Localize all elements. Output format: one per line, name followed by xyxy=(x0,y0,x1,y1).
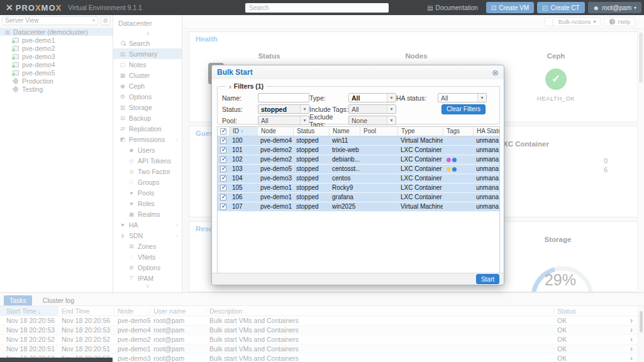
task-cell-description: Bulk start VMs and Containers xyxy=(209,317,299,324)
grid-col-name[interactable]: Name xyxy=(329,127,360,136)
grid-col-id[interactable]: ID ↑ xyxy=(229,127,257,136)
tree-item-datacenter-democluster[interactable]: ▦Datacenter (democluster) xyxy=(0,28,113,36)
global-search-input[interactable] xyxy=(245,3,389,13)
view-mode-select[interactable]: Server View ▾ xyxy=(2,16,98,25)
row-checkbox[interactable] xyxy=(220,185,226,191)
health-col-nodes: Nodes xyxy=(379,52,454,60)
grid-col-type[interactable]: Type xyxy=(397,127,443,136)
filter-combo-type[interactable]: All▾ xyxy=(348,93,396,102)
filter-text-name[interactable] xyxy=(258,93,309,102)
create-vm-button[interactable]: ⊡ Create VM xyxy=(486,2,534,13)
sidebar-item-backup[interactable]: ⊟Backup xyxy=(113,112,182,123)
sidebar-item-cluster[interactable]: ▦Cluster xyxy=(113,70,182,80)
tree-item-pve-demo5[interactable]: pve-demo5 xyxy=(0,69,113,77)
bulk-actions-button[interactable]: ⋮ Bulk Actions ▾ xyxy=(545,17,601,26)
tree-item-pve-demo3[interactable]: pve-demo3 xyxy=(0,52,113,60)
sidebar-item-notes[interactable]: ▢Notes xyxy=(113,59,182,70)
tree-item-pve-demo4[interactable]: pve-demo4 xyxy=(0,60,113,69)
row-checkbox[interactable] xyxy=(220,194,226,200)
filter-combo-status[interactable]: stopped▾ xyxy=(258,104,309,114)
sidebar-item-options[interactable]: ⚙Options xyxy=(113,91,182,102)
filter-combo-exclude-tags[interactable]: None▾ xyxy=(348,116,396,125)
grid-row-vm-100[interactable]: 100pve-demo4stoppedwin11Virtual Machineu… xyxy=(218,136,499,146)
grid-col-pool[interactable]: Pool xyxy=(360,127,397,136)
main-scrollbar[interactable] xyxy=(637,29,644,292)
sidebar-item-sdn[interactable]: ⋔SDN› xyxy=(113,230,182,241)
collapse-icon[interactable]: ∧ xyxy=(228,84,232,90)
filter-combo-ha-status[interactable]: All▾ xyxy=(438,93,487,102)
filter-combo-include-tags[interactable]: All▾ xyxy=(348,104,396,114)
sidebar-item-ipam[interactable]: ⊤IPAM xyxy=(113,273,182,283)
sidebar-item-two-factor[interactable]: ⊙Two Factor xyxy=(113,166,182,177)
close-icon[interactable]: ⊗ xyxy=(492,69,499,77)
sidebar-item-groups[interactable]: ∷Groups xyxy=(113,177,182,187)
documentation-button[interactable]: ▤ Documentation xyxy=(422,2,483,13)
sidebar-item-replication[interactable]: ⇄Replication xyxy=(113,123,182,134)
sidebar-item-users[interactable]: ☻Users xyxy=(113,145,182,155)
row-checkbox[interactable] xyxy=(220,175,226,182)
tree-item-production[interactable]: Production xyxy=(0,77,113,85)
task-col-node[interactable]: Node xyxy=(118,307,133,315)
task-col-end-time[interactable]: End Time xyxy=(62,307,89,315)
task-row[interactable]: Nov 18 20:20:56Nov 18 20:20:56pve-demo5r… xyxy=(0,316,644,326)
grid-row-vm-102[interactable]: 102pve-demo2stoppeddebianb...LXC Contain… xyxy=(218,155,499,165)
start-button[interactable]: Start xyxy=(476,274,499,284)
task-row[interactable]: Nov 18 20:20:53Nov 18 20:20:53pve-demo4r… xyxy=(0,326,644,335)
tree-item-pve-demo2[interactable]: pve-demo2 xyxy=(0,44,113,52)
scroll-up-icon[interactable]: ∧ xyxy=(113,31,182,36)
row-checkbox[interactable] xyxy=(220,147,226,153)
row-checkbox[interactable] xyxy=(220,166,226,172)
sidebar-item-pools[interactable]: ●Pools xyxy=(113,187,182,198)
tab-tasks[interactable]: Tasks xyxy=(4,295,32,305)
row-checkbox[interactable] xyxy=(220,156,226,163)
tree-settings-button[interactable]: ⚙ xyxy=(100,16,111,25)
sidebar-item-ceph[interactable]: ◉Ceph xyxy=(113,80,182,91)
tree-item-pve-demo1[interactable]: pve-demo1 xyxy=(0,36,113,44)
grid-col-tags[interactable]: Tags xyxy=(443,127,473,136)
grid-row-vm-101[interactable]: 101pve-demo2stoppedtrixie-webLXC Contain… xyxy=(218,146,499,155)
sidebar-item-permissions[interactable]: ◩Permissions› xyxy=(113,134,182,145)
grid-row-vm-107[interactable]: 107pve-demo1stoppedwin2025Virtual Machin… xyxy=(218,202,499,212)
task-scrollbar[interactable] xyxy=(638,306,644,362)
grid-row-vm-105[interactable]: 105pve-demo1stoppedRocky9LXC Containerun… xyxy=(218,184,499,193)
row-checkbox[interactable] xyxy=(220,138,226,144)
sidebar-item-realms[interactable]: ▣Realms xyxy=(113,209,182,219)
chevron-right-icon: › xyxy=(630,316,633,325)
task-col-start-time[interactable]: Start Time ↓ xyxy=(6,307,41,315)
chevron-down-icon: ▾ xyxy=(387,94,396,102)
scroll-down-icon[interactable]: ∨ xyxy=(113,284,182,289)
sidebar-item-roles[interactable]: ★Roles xyxy=(113,198,182,209)
sidebar-item-api-tokens[interactable]: ◇API Tokens xyxy=(113,155,182,166)
task-col-description[interactable]: Description xyxy=(209,307,243,315)
sidebar-item-storage[interactable]: ▥Storage xyxy=(113,102,182,112)
task-col-status[interactable]: Status xyxy=(557,307,576,315)
grid-row-vm-103[interactable]: 103pve-demo5stoppedcentosst...LXC Contai… xyxy=(218,165,499,174)
task-row[interactable]: Nov 18 20:20:52Nov 18 20:20:52pve-demo2r… xyxy=(0,335,644,344)
clear-filters-button[interactable]: Clear Filters xyxy=(441,104,486,114)
row-checkbox[interactable] xyxy=(220,204,226,210)
grid-col-node[interactable]: Node xyxy=(257,127,293,136)
filter-combo-pool[interactable]: All▾ xyxy=(258,116,309,125)
tab-cluster-log[interactable]: Cluster log xyxy=(37,295,80,305)
user-menu-button[interactable]: ☻ root@pam ▾ xyxy=(588,2,641,13)
task-row[interactable]: Nov 18 20:20:51Nov 18 20:20:51pve-demo1r… xyxy=(0,344,644,354)
sidebar-item-options[interactable]: ⚙Options xyxy=(113,262,182,273)
sidebar-item-vnets[interactable]: ∴VNets xyxy=(113,251,182,262)
grid-col-status[interactable]: Status xyxy=(293,127,329,136)
node-icon xyxy=(13,62,19,67)
tree-item-testing[interactable]: Testing xyxy=(0,85,113,93)
cell-name: debianb... xyxy=(329,155,360,164)
cell-ha-status: unmana... xyxy=(473,146,500,155)
create-ct-button[interactable]: ◰ Create CT xyxy=(537,2,585,13)
sidebar-item-summary[interactable]: ▤Summary xyxy=(113,48,182,59)
task-col-user-name[interactable]: User name xyxy=(153,307,186,315)
help-button[interactable]: ? Help xyxy=(604,17,635,26)
grid-row-vm-104[interactable]: 104pve-demo3stoppedcentosLXC Containerun… xyxy=(218,174,499,184)
grid-col-ha-status[interactable]: HA Status xyxy=(473,127,500,136)
sidebar-item-zones[interactable]: ⊞Zones xyxy=(113,241,182,251)
sidebar-item-search[interactable]: Search xyxy=(113,38,182,48)
grid-row-vm-106[interactable]: 106pve-demo1stoppedgrafanaLXC Containeru… xyxy=(218,193,499,202)
select-all-checkbox[interactable] xyxy=(220,128,226,134)
sidebar-item-ha[interactable]: ♥HA› xyxy=(113,219,182,230)
vnets-icon: ∴ xyxy=(127,254,136,260)
